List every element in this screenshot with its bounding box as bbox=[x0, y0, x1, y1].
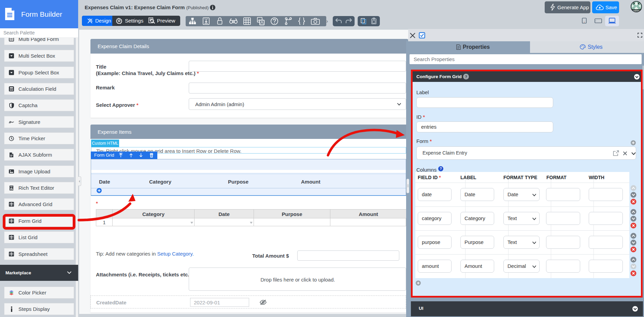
svg-text:?: ? bbox=[465, 75, 467, 79]
svg-text:?: ? bbox=[440, 167, 442, 171]
